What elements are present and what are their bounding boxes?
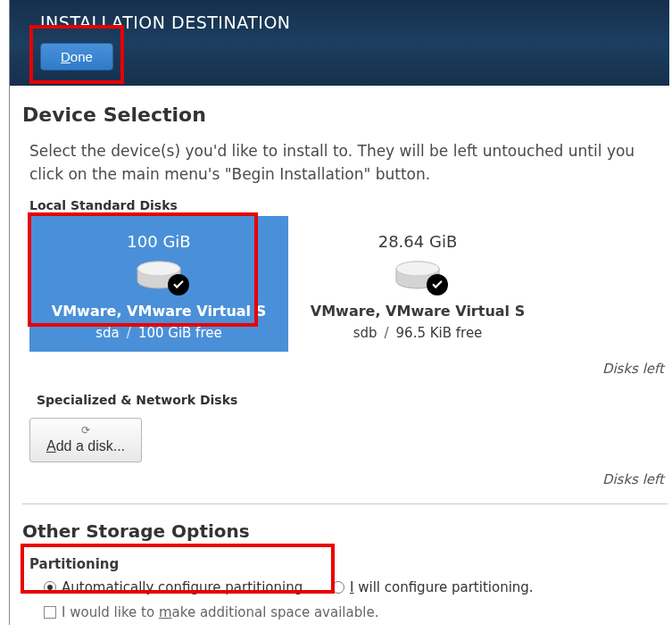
disk-name: VMware, VMware Virtual S [297, 303, 538, 320]
partitioning-label: Partitioning [29, 556, 669, 572]
disk-size: 100 GiB [38, 232, 279, 251]
hard-disk-icon [134, 260, 184, 294]
other-storage-title: Other Storage Options [22, 520, 669, 542]
done-button[interactable]: Done [40, 43, 113, 71]
svg-point-3 [396, 262, 439, 276]
hard-disk-icon [393, 260, 443, 294]
device-selection-title: Device Selection [22, 104, 669, 126]
disk-item-sda[interactable]: 100 GiB VMware, VMware Virtual S sda/100… [29, 216, 288, 352]
disk-name: VMware, VMware Virtual S [38, 303, 279, 320]
additional-space-checkbox[interactable]: I would like to make additional space av… [44, 604, 669, 620]
page-header: INSTALLATION DESTINATION Done [10, 0, 669, 86]
disks-hint-2: Disks left [22, 471, 669, 487]
instruction-text: Select the device(s) you'd like to insta… [29, 140, 669, 186]
local-disks-row: 100 GiB VMware, VMware Virtual S sda/100… [29, 216, 669, 352]
radio-auto-partition[interactable]: Automatically configure partitioning. [44, 579, 307, 595]
checkbox-icon [44, 606, 56, 619]
divider [22, 503, 668, 504]
local-disks-label: Local Standard Disks [29, 198, 669, 212]
svg-point-1 [137, 262, 180, 276]
disk-free: sdb/96.5 KiB free [297, 325, 538, 341]
radio-manual-partition[interactable]: I will configure partitioning. [332, 579, 534, 595]
add-disk-button[interactable]: ⟳ Add a disk... [29, 418, 142, 462]
network-disks-label: Specialized & Network Disks [37, 393, 669, 407]
radio-icon [332, 581, 344, 594]
disk-size: 28.64 GiB [297, 232, 538, 251]
page-title: INSTALLATION DESTINATION [40, 12, 651, 32]
disks-hint: Disks left [22, 361, 669, 377]
radio-icon [44, 581, 56, 594]
checkmark-icon [168, 274, 189, 295]
checkmark-icon [427, 274, 448, 295]
disk-item-sdb[interactable]: 28.64 GiB VMware, VMware Virtual S sdb/9… [288, 216, 547, 352]
add-disk-icon: ⟳ [81, 424, 90, 437]
disk-free: sda/100 GiB free [38, 325, 279, 341]
body-area: Device Selection Select the device(s) yo… [10, 86, 669, 620]
partitioning-radio-group: Automatically configure partitioning. I … [44, 579, 669, 595]
